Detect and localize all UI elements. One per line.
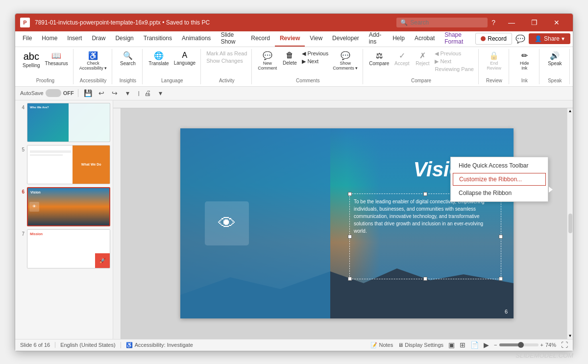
tab-design[interactable]: Design: [110, 31, 138, 47]
autosave-toggle[interactable]: [46, 89, 61, 97]
reject-icon: ✗: [419, 51, 426, 60]
slide-thumb-7[interactable]: 7 Mission 🚀: [18, 229, 110, 268]
compare-button[interactable]: ⚖ Compare: [367, 50, 391, 67]
tab-record[interactable]: Record: [246, 31, 275, 47]
slide-thumb-5[interactable]: 5 What We Do: [18, 145, 110, 184]
slide-img-6[interactable]: Vision 👁: [27, 187, 110, 226]
handle-tl[interactable]: [348, 192, 352, 196]
context-customize-ribbon[interactable]: Customize the Ribbon...: [453, 173, 546, 186]
slide-img-4[interactable]: Who We Are?: [27, 103, 110, 142]
search-input[interactable]: [410, 19, 484, 26]
slide-thumb-6[interactable]: 6 Vision 👁: [18, 187, 110, 226]
text-selection-box[interactable]: To be the leading enabler of digital con…: [349, 194, 501, 279]
slide-img-5[interactable]: What We Do: [27, 145, 110, 184]
show-comments-icon: 💬: [341, 51, 350, 60]
new-comment-button[interactable]: 💬 NewComment: [256, 50, 279, 72]
show-changes-button[interactable]: Show Changes: [205, 57, 248, 64]
slide-sorter-button[interactable]: ⊞: [460, 341, 466, 349]
tab-file[interactable]: File: [18, 31, 37, 47]
tab-draw[interactable]: Draw: [87, 31, 110, 47]
handle-mr[interactable]: [499, 235, 503, 239]
accessibility-label: CheckAccessibility ▾: [79, 61, 107, 71]
tab-transitions[interactable]: Transitions: [139, 31, 177, 47]
undo-button[interactable]: ↩: [96, 88, 107, 98]
normal-view-button[interactable]: ▣: [448, 341, 455, 349]
save-button[interactable]: 💾: [83, 88, 94, 98]
record-button[interactable]: Record: [475, 33, 512, 45]
tab-home[interactable]: Home: [37, 31, 62, 47]
context-hide-toolbar[interactable]: Hide Quick Access Toolbar: [451, 159, 548, 172]
reviewing-pane-button[interactable]: Reviewing Pane: [433, 66, 475, 73]
handle-tm[interactable]: [423, 192, 427, 196]
previous-comment-button[interactable]: ◀ Previous: [300, 50, 330, 57]
reject-button[interactable]: ✗ Reject: [413, 50, 432, 67]
tab-view[interactable]: View: [305, 31, 327, 47]
minimize-button[interactable]: —: [500, 14, 523, 31]
end-review-button[interactable]: 🔒 EndReview: [484, 50, 504, 72]
thesaurus-button[interactable]: 📖 Thesaurus: [43, 50, 70, 67]
ribbon-group-accessibility: ♿ CheckAccessibility ▾ Accessibility: [74, 49, 113, 84]
vision-icon-box[interactable]: 👁: [205, 201, 249, 245]
handle-br[interactable]: [499, 277, 503, 281]
spelling-icon: abc: [24, 51, 39, 62]
delete-comment-button[interactable]: 🗑 Delete: [280, 50, 299, 67]
zoom-thumb[interactable]: [518, 342, 524, 348]
slideshow-button[interactable]: ▶: [484, 341, 489, 349]
zoom-out-button[interactable]: −: [494, 342, 497, 348]
handle-bl[interactable]: [348, 277, 352, 281]
tab-insert[interactable]: Insert: [62, 31, 87, 47]
main-area: 4 Who We Are? 5 What We Do: [15, 100, 573, 339]
next-change-button[interactable]: ▶ Next: [433, 58, 475, 65]
speak-button[interactable]: 🔊 Speak: [545, 50, 564, 67]
more-qa-button[interactable]: ▾: [122, 88, 133, 98]
qa-more-button[interactable]: ▾: [155, 88, 166, 98]
tab-slideshow[interactable]: Slide Show: [216, 31, 246, 47]
scroll-thumb[interactable]: [568, 214, 572, 233]
accessibility-text: Accessibility: Investigate: [135, 342, 193, 348]
show-comments-button[interactable]: 💬 ShowComments ▾: [331, 50, 360, 72]
print-button[interactable]: 🖨: [142, 88, 153, 98]
scroll-down-button[interactable]: ▼: [568, 333, 573, 339]
redo-button[interactable]: ↪: [109, 88, 120, 98]
search-button[interactable]: 🔍 Search: [118, 50, 138, 67]
display-settings-button[interactable]: 🖥 Display Settings: [398, 342, 443, 348]
fit-slide-button[interactable]: ⛶: [561, 341, 568, 349]
slide-img-7[interactable]: Mission 🚀: [27, 229, 110, 268]
tab-developer[interactable]: Developer: [327, 31, 364, 47]
zoom-in-button[interactable]: +: [540, 342, 543, 348]
share-button[interactable]: 👤 Share ▾: [529, 33, 570, 44]
reading-view-button[interactable]: 📄: [470, 341, 479, 349]
previous-change-button[interactable]: ◀ Previous: [433, 50, 475, 57]
hide-ink-button[interactable]: ✏ HideInk: [514, 50, 534, 72]
search-box[interactable]: 🔍: [396, 18, 488, 27]
close-button[interactable]: ✕: [545, 14, 568, 31]
slide-thumb-4[interactable]: 4 Who We Are?: [18, 103, 110, 142]
tab-review[interactable]: Review: [275, 31, 305, 47]
check-accessibility-button[interactable]: ♿ CheckAccessibility ▾: [77, 50, 109, 72]
vertical-scrollbar[interactable]: ▲ ▼: [567, 108, 573, 339]
restore-button[interactable]: ❐: [523, 14, 545, 31]
delete-comment-icon: 🗑: [286, 51, 294, 60]
thesaurus-label: Thesaurus: [45, 61, 68, 66]
comment-button[interactable]: 💬: [514, 33, 526, 45]
handle-bm[interactable]: [423, 277, 427, 281]
language-label: Language: [174, 60, 196, 66]
scroll-track[interactable]: [568, 114, 572, 333]
tab-addins[interactable]: Add-ins: [364, 31, 388, 47]
tab-acrobat[interactable]: Acrobat: [410, 31, 440, 47]
language-button[interactable]: A Language: [172, 50, 198, 67]
notes-button[interactable]: 📝 Notes: [370, 342, 393, 348]
accept-button[interactable]: ✓ Accept: [392, 50, 412, 67]
tab-animations[interactable]: Animations: [177, 31, 216, 47]
scroll-up-button[interactable]: ▲: [568, 108, 573, 114]
translate-button[interactable]: 🌐 Translate: [147, 50, 171, 67]
spelling-button[interactable]: abc Spelling: [21, 50, 42, 69]
tab-shape-format[interactable]: Shape Format: [440, 31, 475, 47]
next-comment-button[interactable]: ▶ Next: [300, 58, 330, 65]
help-icon[interactable]: ?: [491, 19, 495, 26]
mark-all-read-button[interactable]: Mark All as Read: [205, 50, 248, 57]
handle-ml[interactable]: [348, 235, 352, 239]
context-collapse-ribbon[interactable]: Collapse the Ribbon: [451, 187, 548, 199]
zoom-slider[interactable]: [499, 343, 539, 346]
tab-help[interactable]: Help: [388, 31, 410, 47]
